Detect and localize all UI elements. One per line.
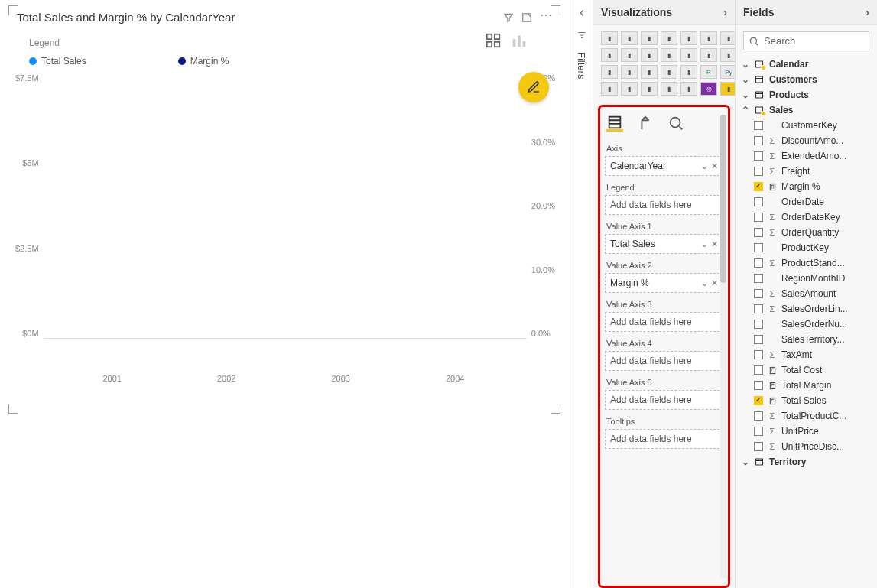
viz-icon[interactable]: ▮ [661, 31, 677, 45]
viz-icon[interactable]: R [700, 65, 717, 79]
field-customerkey[interactable]: CustomerKey [740, 118, 872, 133]
viz-icon[interactable]: ▮ [621, 65, 638, 79]
viz-icon[interactable]: ▮ [661, 82, 677, 96]
viz-icon[interactable]: ▮ [661, 48, 677, 62]
field-productstand[interactable]: ΣProductStand... [740, 255, 872, 271]
checkbox[interactable] [754, 167, 763, 176]
field-discountamo[interactable]: ΣDiscountAmo... [740, 133, 872, 148]
checkbox[interactable] [754, 304, 763, 313]
viz-icon[interactable]: ◎ [700, 82, 717, 96]
chevron-down-icon[interactable]: ⌄ [701, 239, 708, 249]
table-territory[interactable]: ⌄ Territory [740, 454, 872, 469]
checkbox[interactable] [754, 320, 763, 329]
table-customers[interactable]: ⌄ Customers [740, 72, 872, 87]
well-value-1[interactable]: Total Sales ⌄✕ [605, 234, 723, 254]
viz-icon[interactable]: ▮ [601, 82, 618, 96]
search-input[interactable]: Search [743, 31, 869, 50]
viz-icon[interactable]: ▮ [601, 31, 618, 45]
field-salesamount[interactable]: ΣSalesAmount [740, 286, 872, 301]
well-legend[interactable]: Add data fields here [605, 195, 723, 215]
checkbox[interactable] [754, 121, 763, 130]
remove-icon[interactable]: ✕ [711, 278, 718, 288]
field-productkey[interactable]: ProductKey [740, 240, 872, 255]
legend-item-margin[interactable]: Margin % [178, 56, 229, 67]
viz-icon[interactable]: ▮ [680, 82, 697, 96]
chevron-right-icon[interactable]: › [866, 6, 869, 18]
field-regionmonthid[interactable]: RegionMonthID [740, 271, 872, 286]
viz-icon[interactable]: ▮ [641, 82, 658, 96]
field-totalsales[interactable]: Total Sales [740, 393, 872, 408]
field-totalcost[interactable]: Total Cost [740, 362, 872, 378]
viz-icon[interactable]: ▮ [680, 48, 697, 62]
viz-icon[interactable]: ▮ [700, 48, 717, 62]
tab-analytics[interactable] [667, 115, 684, 132]
checkbox[interactable] [754, 182, 763, 191]
checkbox[interactable] [754, 228, 763, 237]
table-products[interactable]: ⌄ Products [740, 87, 872, 102]
field-totalmargin[interactable]: Total Margin [740, 378, 872, 393]
focus-mode-icon[interactable] [521, 12, 532, 23]
table-calendar[interactable]: ⌄ Calendar [740, 57, 872, 72]
chart-card[interactable]: Total Sales and Margin % by CalendarYear… [9, 6, 560, 413]
well-value-2[interactable]: Margin % ⌄✕ [605, 273, 723, 293]
more-options-icon[interactable]: ⋯ [540, 12, 551, 23]
chevron-down-icon[interactable]: ⌄ [701, 278, 708, 288]
viz-icon[interactable]: ▮ [601, 65, 618, 79]
checkbox[interactable] [754, 350, 763, 359]
field-totalproductc[interactable]: ΣTotalProductC... [740, 408, 872, 424]
checkbox[interactable] [754, 396, 763, 405]
field-freight[interactable]: ΣFreight [740, 164, 872, 179]
tab-format[interactable] [637, 115, 654, 132]
checkbox[interactable] [754, 335, 763, 344]
checkbox[interactable] [754, 442, 763, 451]
checkbox[interactable] [754, 365, 763, 375]
table-sales[interactable]: ⌃ Sales [740, 102, 872, 118]
checkbox[interactable] [754, 197, 763, 206]
checkbox[interactable] [754, 427, 763, 436]
field-margin[interactable]: Margin % [740, 179, 872, 194]
viz-icon[interactable]: ▮ [680, 65, 697, 79]
remove-icon[interactable]: ✕ [711, 161, 718, 171]
chart-plot-area[interactable] [44, 71, 527, 339]
viz-icon[interactable]: ▮ [621, 82, 638, 96]
legend-item-total-sales[interactable]: Total Sales [29, 56, 86, 67]
remove-icon[interactable]: ✕ [711, 239, 718, 249]
well-value-5[interactable]: Add data fields here [605, 390, 723, 410]
checkbox[interactable] [754, 243, 763, 252]
well-axis[interactable]: CalendarYear ⌄✕ [605, 156, 723, 176]
field-salesordernu[interactable]: SalesOrderNu... [740, 317, 872, 332]
viz-icon[interactable]: ▮ [641, 48, 658, 62]
field-unitpricedisc[interactable]: ΣUnitPriceDisc... [740, 439, 872, 454]
viz-icon[interactable]: ▮ [680, 31, 697, 45]
well-value-4[interactable]: Add data fields here [605, 351, 723, 371]
field-salesterritory[interactable]: SalesTerritory... [740, 332, 872, 347]
checkbox[interactable] [754, 274, 763, 283]
well-value-3[interactable]: Add data fields here [605, 312, 723, 332]
filter-icon[interactable] [503, 12, 514, 23]
scrollbar[interactable] [720, 115, 726, 578]
checkbox[interactable] [754, 258, 763, 268]
field-salesorderlin[interactable]: ΣSalesOrderLin... [740, 301, 872, 317]
field-orderdate[interactable]: OrderDate [740, 194, 872, 210]
checkbox[interactable] [754, 289, 763, 298]
checkbox[interactable] [754, 151, 763, 161]
checkbox[interactable] [754, 381, 763, 390]
checkbox[interactable] [754, 411, 763, 421]
viz-icon[interactable]: ▮ [641, 31, 658, 45]
chevron-right-icon[interactable]: › [723, 6, 727, 18]
field-orderdatekey[interactable]: ΣOrderDateKey [740, 210, 872, 225]
viz-icon[interactable]: ▮ [621, 48, 638, 62]
viz-icon[interactable]: ▮ [621, 31, 638, 45]
field-extendedamo[interactable]: ΣExtendedAmo... [740, 148, 872, 164]
filters-panel-collapsed[interactable]: Filters [570, 0, 593, 588]
field-orderquantity[interactable]: ΣOrderQuantity [740, 225, 872, 240]
viz-icon[interactable]: ▮ [661, 65, 677, 79]
field-unitprice[interactable]: ΣUnitPrice [740, 424, 872, 439]
viz-icon[interactable]: ▮ [641, 65, 658, 79]
filters-icon[interactable] [577, 30, 587, 43]
tab-fields[interactable] [606, 115, 623, 132]
viz-icon[interactable]: ▮ [700, 31, 717, 45]
field-taxamt[interactable]: ΣTaxAmt [740, 347, 872, 362]
grid-mode-icon[interactable] [485, 32, 502, 51]
checkbox[interactable] [754, 136, 763, 145]
